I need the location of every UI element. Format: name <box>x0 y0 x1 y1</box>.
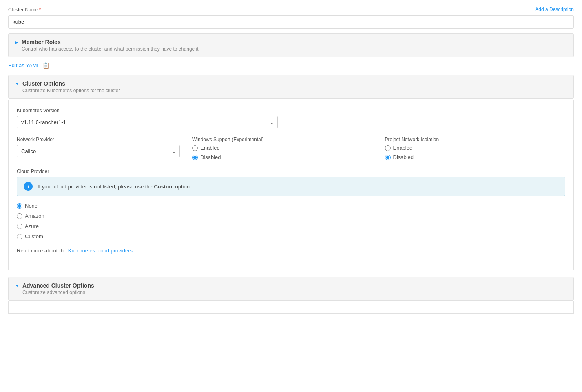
network-provider-select[interactable]: Calico Canal Flannel None <box>17 145 180 157</box>
cluster-options-toggle-icon: ▼ <box>15 82 19 86</box>
cloud-provider-label: Cloud Provider <box>17 168 565 174</box>
cp-custom-label[interactable]: Custom <box>17 233 565 239</box>
cloud-provider-group: Cloud Provider i If your cloud provider … <box>17 168 565 254</box>
network-row: Network Provider Calico Canal Flannel No… <box>17 137 565 160</box>
windows-support-col: Windows Support (Experimental) Enabled D… <box>192 137 373 160</box>
cluster-name-row: Cluster Name* Add a Description <box>8 7 574 13</box>
info-banner-prefix: If your cloud provider is not listed, pl… <box>38 184 153 190</box>
advanced-options-title: Advanced Cluster Options <box>22 282 94 289</box>
member-roles-subtitle: Control who has access to the cluster an… <box>22 46 200 52</box>
edit-as-yaml-link[interactable]: Edit as YAML <box>8 62 40 69</box>
member-roles-toggle-icon: ▶ <box>15 40 18 44</box>
advanced-options-toggle-icon: ▼ <box>15 283 19 288</box>
kubernetes-version-group: Kubernetes Version v1.11.6-rancher1-1 v1… <box>17 108 565 128</box>
advanced-options-subtitle: Customize advanced options <box>22 290 94 295</box>
advanced-options-header-content: Advanced Cluster Options Customize advan… <box>22 282 94 295</box>
cp-none-label[interactable]: None <box>17 203 565 209</box>
network-provider-label: Network Provider <box>17 137 180 142</box>
windows-enabled-text: Enabled <box>200 145 220 151</box>
pni-enabled-label[interactable]: Enabled <box>385 145 566 151</box>
info-banner-bold: Custom <box>154 184 173 190</box>
cluster-options-title: Cluster Options <box>22 80 120 87</box>
cp-azure-radio[interactable] <box>17 224 22 229</box>
cloud-provider-radio-group: None Amazon Azure Custom <box>17 203 565 239</box>
pni-enabled-radio[interactable] <box>385 145 391 151</box>
windows-disabled-label[interactable]: Disabled <box>192 154 373 160</box>
cluster-options-section-header[interactable]: ▼ Cluster Options Customize Kubernetes o… <box>8 75 574 99</box>
member-roles-section-header[interactable]: ▶ Member Roles Control who has access to… <box>8 33 574 57</box>
cluster-options-header-content: Cluster Options Customize Kubernetes opt… <box>22 80 120 93</box>
cp-amazon-text: Amazon <box>25 213 44 219</box>
windows-disabled-text: Disabled <box>200 154 221 160</box>
cloud-providers-read-more: Read more about the Kubernetes cloud pro… <box>17 248 565 254</box>
required-star: * <box>39 7 41 13</box>
pni-disabled-text: Disabled <box>393 154 414 160</box>
info-banner-suffix: option. <box>175 184 191 190</box>
cp-none-radio[interactable] <box>17 203 22 209</box>
cp-azure-text: Azure <box>25 223 39 229</box>
cp-none-text: None <box>25 203 38 209</box>
network-provider-select-wrapper: Calico Canal Flannel None ⌄ <box>17 145 180 157</box>
cp-amazon-label[interactable]: Amazon <box>17 213 565 219</box>
cluster-name-input[interactable] <box>8 15 574 29</box>
pni-disabled-radio[interactable] <box>385 155 391 160</box>
cluster-options-content: Kubernetes Version v1.11.6-rancher1-1 v1… <box>8 100 574 270</box>
windows-enabled-label[interactable]: Enabled <box>192 145 373 151</box>
add-description-link[interactable]: Add a Description <box>535 7 574 12</box>
kubernetes-cloud-providers-link[interactable]: Kubernetes cloud providers <box>68 248 133 254</box>
project-network-label: Project Network Isolation <box>385 137 566 142</box>
advanced-cluster-options-section-header[interactable]: ▼ Advanced Cluster Options Customize adv… <box>8 277 574 301</box>
cluster-name-label: Cluster Name <box>8 7 38 13</box>
member-roles-header-content: Member Roles Control who has access to t… <box>22 39 200 52</box>
kubernetes-version-label: Kubernetes Version <box>17 108 565 113</box>
project-network-col: Project Network Isolation Enabled Disabl… <box>385 137 566 160</box>
info-banner-text: If your cloud provider is not listed, pl… <box>38 184 191 190</box>
windows-enabled-radio[interactable] <box>192 145 198 151</box>
cluster-options-subtitle: Customize Kubernetes options for the clu… <box>22 88 120 93</box>
cluster-name-label-row: Cluster Name* <box>8 7 41 13</box>
windows-disabled-radio[interactable] <box>192 155 198 160</box>
cp-amazon-radio[interactable] <box>17 213 22 219</box>
windows-support-radio-group: Enabled Disabled <box>192 145 373 160</box>
cp-custom-radio[interactable] <box>17 234 22 239</box>
yaml-copy-icon[interactable]: 📋 <box>42 62 49 69</box>
windows-support-label: Windows Support (Experimental) <box>192 137 373 142</box>
network-provider-col: Network Provider Calico Canal Flannel No… <box>17 137 180 160</box>
advanced-options-content <box>8 301 574 314</box>
kubernetes-version-select-wrapper: v1.11.6-rancher1-1 v1.12.4-rancher1-1 v1… <box>17 116 278 128</box>
cp-custom-text: Custom <box>25 233 43 239</box>
member-roles-title: Member Roles <box>22 39 200 45</box>
info-icon: i <box>24 182 33 191</box>
yaml-row: Edit as YAML 📋 <box>8 58 574 73</box>
cloud-provider-info-banner: i If your cloud provider is not listed, … <box>17 177 565 196</box>
kubernetes-version-select[interactable]: v1.11.6-rancher1-1 v1.12.4-rancher1-1 v1… <box>17 116 278 128</box>
pni-enabled-text: Enabled <box>393 145 413 151</box>
cp-azure-label[interactable]: Azure <box>17 223 565 229</box>
read-more-prefix: Read more about the <box>17 248 66 254</box>
page-container: Cluster Name* Add a Description ▶ Member… <box>0 0 582 320</box>
pni-disabled-label[interactable]: Disabled <box>385 154 566 160</box>
project-network-radio-group: Enabled Disabled <box>385 145 566 160</box>
